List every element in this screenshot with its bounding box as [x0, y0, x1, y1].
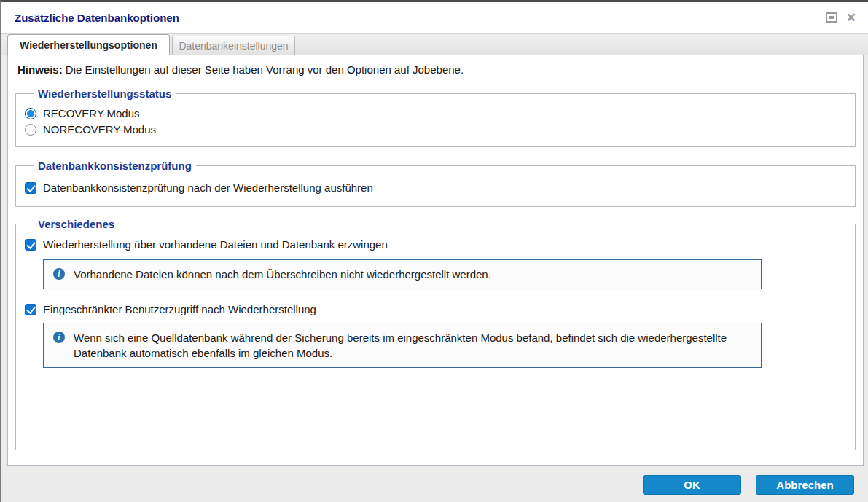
- hint-text: Die Einstellungen auf dieser Seite haben…: [63, 63, 464, 76]
- radio-recovery-selected[interactable]: [25, 108, 36, 119]
- checkbox-row-restricted-access[interactable]: Eingeschränkter Benutzerzugriff nach Wie…: [25, 303, 846, 315]
- cancel-button[interactable]: Abbrechen: [756, 475, 854, 495]
- radio-row-norecovery[interactable]: NORECOVERY-Modus: [25, 123, 846, 136]
- checkbox-consistency-checked[interactable]: [25, 182, 36, 194]
- section-legend: Verschiedenes: [34, 218, 119, 230]
- window-controls: ✕: [826, 12, 856, 24]
- tab-wiederherstellungsoptionen[interactable]: Wiederherstellungsoptionen: [7, 34, 170, 55]
- hint-line: Hinweis: Die Einstellungen auf dieser Se…: [8, 55, 863, 76]
- info-text: Wenn sich eine Quelldatenbank während de…: [74, 330, 751, 361]
- close-icon[interactable]: ✕: [846, 12, 856, 24]
- checkbox-restricted-access-checked[interactable]: [25, 304, 36, 315]
- checkbox-label: Eingeschränkter Benutzerzugriff nach Wie…: [43, 303, 316, 315]
- info-text: Vorhandene Dateien können nach dem Übers…: [74, 267, 491, 282]
- section-recovery-status: Wiederherstellungsstatus RECOVERY-Modus …: [15, 87, 856, 147]
- tab-content-panel: Hinweis: Die Einstellungen auf dieser Se…: [7, 55, 864, 466]
- checkbox-row-force-restore[interactable]: Wiederherstellung über vorhandene Dateie…: [25, 238, 846, 251]
- dialog-title: Zusätzliche Datenbankoptionen: [15, 12, 179, 24]
- tab-label: Datenbankeinstellungen: [179, 40, 288, 52]
- dialog-titlebar: Zusätzliche Datenbankoptionen ✕: [1, 2, 868, 33]
- checkbox-label: Datenbankkonsistenzprüfung nach der Wied…: [43, 181, 373, 194]
- info-icon: i: [53, 268, 65, 280]
- radio-norecovery-unselected[interactable]: [25, 124, 36, 136]
- section-consistency-check: Datenbankkonsistenzprüfung Datenbankkons…: [15, 160, 856, 207]
- section-miscellaneous: Verschiedenes Wiederherstellung über vor…: [15, 218, 856, 450]
- checkbox-label: Wiederherstellung über vorhandene Dateie…: [43, 238, 388, 251]
- checkbox-row-consistency[interactable]: Datenbankkonsistenzprüfung nach der Wied…: [25, 181, 846, 194]
- radio-label: NORECOVERY-Modus: [43, 123, 156, 136]
- info-box-restricted-mode-note: i Wenn sich eine Quelldatenbank während …: [43, 323, 762, 368]
- dialog-footer: OK Abbrechen: [1, 466, 868, 502]
- maximize-icon[interactable]: [826, 12, 837, 23]
- hint-label: Hinweis:: [17, 63, 63, 76]
- tab-bar: Wiederherstellungsoptionen Datenbankeins…: [1, 33, 868, 55]
- tab-datenbankeinstellungen[interactable]: Datenbankeinstellungen: [172, 36, 295, 55]
- radio-row-recovery[interactable]: RECOVERY-Modus: [25, 107, 846, 119]
- info-box-overwrite-warning: i Vorhandene Dateien können nach dem Übe…: [43, 259, 762, 289]
- dialog-window: Zusätzliche Datenbankoptionen ✕ Wiederhe…: [0, 0, 868, 502]
- checkbox-force-restore-checked[interactable]: [25, 239, 36, 251]
- ok-button[interactable]: OK: [643, 475, 741, 495]
- section-legend: Datenbankkonsistenzprüfung: [34, 160, 196, 172]
- info-icon: i: [53, 332, 65, 343]
- radio-label: RECOVERY-Modus: [43, 107, 140, 119]
- tab-label: Wiederherstellungsoptionen: [20, 39, 157, 51]
- section-legend: Wiederherstellungsstatus: [34, 87, 176, 100]
